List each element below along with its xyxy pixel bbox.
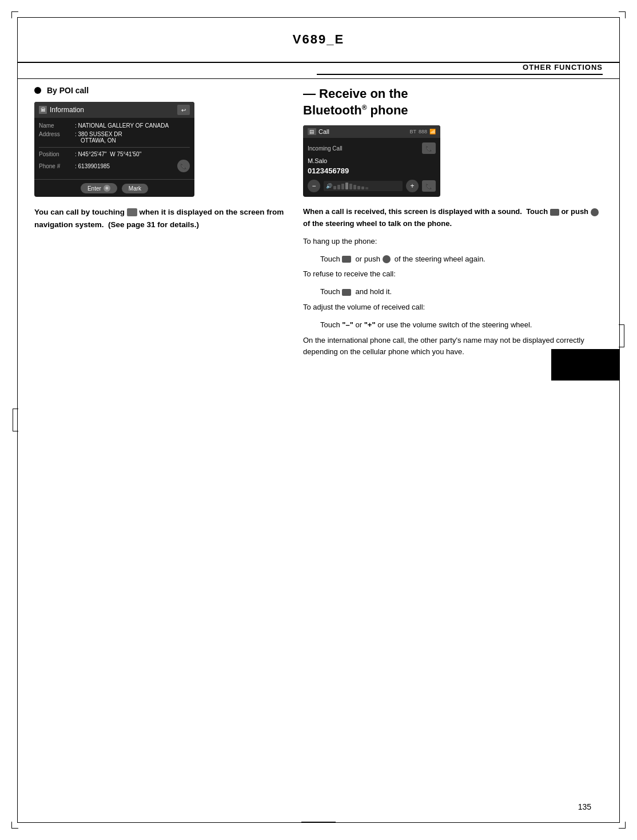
incoming-call-label: Incoming Call 📞 xyxy=(308,142,436,154)
push-icon-1 xyxy=(591,208,599,216)
info-screen-title: 🏛 Information xyxy=(39,106,84,114)
section-header: OTHER FUNCTIONS xyxy=(317,63,603,75)
enter-icon: ⊕ xyxy=(103,185,110,192)
answer-button[interactable]: 📞 xyxy=(422,142,436,154)
page-border-right xyxy=(619,17,620,823)
document-title: V689_E xyxy=(293,32,344,47)
refuse-detail: Touch and hold it. xyxy=(320,286,603,298)
bullet-point xyxy=(34,87,41,94)
mark-button[interactable]: Mark xyxy=(122,184,148,193)
speaker-icon: 🔊 xyxy=(326,183,332,189)
caller-name: M.Salo xyxy=(308,157,436,164)
refuse-header: To refuse to receive the call: xyxy=(303,268,603,280)
info-screen-mockup: 🏛 Information ↩ Name : NATIONAL GALLERY … xyxy=(34,102,194,197)
bottom-center-mark xyxy=(301,822,336,824)
info-divider xyxy=(39,147,190,148)
back-button[interactable]: ↩ xyxy=(177,105,190,115)
caller-number: 0123456789 xyxy=(308,167,436,175)
info-row-phone: Phone # : 6139901985 📞 xyxy=(39,160,190,172)
call-screen-header: ▤ Call BT 888 📶 xyxy=(303,125,440,138)
call-title: ▤ Call xyxy=(308,128,329,135)
by-poi-label: By POI call xyxy=(47,86,89,95)
volume-detail: Touch "–" or "+" or use the volume switc… xyxy=(320,319,603,331)
call-status-icons: BT 888 📶 xyxy=(409,129,436,134)
right-column: — Receive on the Bluetooth® phone ▤ Call… xyxy=(303,86,603,364)
hang-up-detail: Touch or push of the steering wheel agai… xyxy=(320,253,603,266)
section-divider xyxy=(17,78,620,79)
by-poi-section: By POI call xyxy=(34,86,286,95)
info-screen-body: Name : NATIONAL GALLERY OF CANADA Addres… xyxy=(34,118,194,179)
page-number: 135 xyxy=(578,802,591,811)
section-title: OTHER FUNCTIONS xyxy=(523,63,603,72)
call-screen-body: Incoming Call 📞 M.Salo 0123456789 − 🔊 xyxy=(303,138,440,197)
phone-call-icon[interactable]: 📞 xyxy=(177,160,190,172)
page-header: V689_E xyxy=(17,17,620,63)
touch-icon-2 xyxy=(342,256,351,263)
signal-icon: 📶 xyxy=(429,129,436,134)
plus-button[interactable]: + xyxy=(406,180,419,192)
info-row-address: Address : 380 SUSSEX DR OTTAWA, ON xyxy=(39,131,190,144)
call-controls: − 🔊 + � xyxy=(308,180,436,192)
touch-icon-3 xyxy=(342,289,351,296)
info-row-position: Position : N45°25'47" W 75°41'50" xyxy=(39,151,190,157)
hang-up-header: To hang up the phone: xyxy=(303,236,603,248)
info-row-name: Name : NATIONAL GALLERY OF CANADA xyxy=(39,122,190,129)
volume-header: To adjust the volume of received call: xyxy=(303,302,603,314)
call-screen-mockup: ▤ Call BT 888 📶 Incoming Call 📞 M.Salo 0… xyxy=(303,125,440,197)
info-icon: 🏛 xyxy=(39,106,47,114)
left-description: You can call by touching when it is disp… xyxy=(34,206,286,231)
info-screen-header: 🏛 Information ↩ xyxy=(34,102,194,118)
touch-phone-icon xyxy=(127,208,137,216)
left-column: By POI call 🏛 Information ↩ Name : NATIO… xyxy=(34,86,286,231)
info-screen-footer: Enter ⊕ Mark xyxy=(34,179,194,197)
push-icon-2 xyxy=(383,255,391,263)
minus-button[interactable]: − xyxy=(308,180,320,192)
annotation-block xyxy=(551,349,620,381)
para-incoming-call: When a call is received, this screen is … xyxy=(303,206,603,230)
receive-section-title: — Receive on the Bluetooth® phone xyxy=(303,86,603,118)
volume-bar: 🔊 xyxy=(324,181,403,191)
bluetooth-icon: BT xyxy=(409,129,416,134)
end-call-button[interactable]: 📞 xyxy=(422,180,436,192)
page-border-left xyxy=(17,17,18,823)
touch-icon-1 xyxy=(550,209,559,216)
enter-button[interactable]: Enter ⊕ xyxy=(81,183,117,193)
